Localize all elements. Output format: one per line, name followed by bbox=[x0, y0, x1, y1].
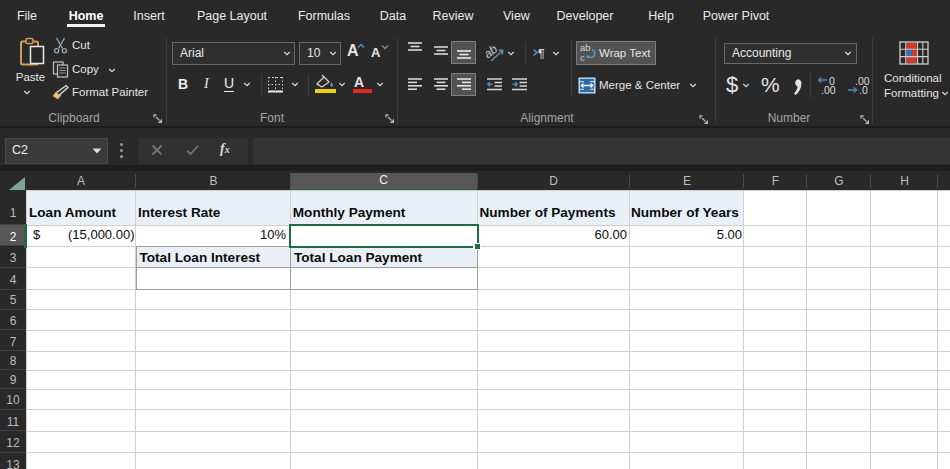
svg-text:.0: .0 bbox=[859, 84, 868, 95]
svg-text:c: c bbox=[580, 52, 585, 63]
svg-text:¶: ¶ bbox=[538, 47, 545, 60]
svg-text:.00: .00 bbox=[821, 84, 836, 95]
